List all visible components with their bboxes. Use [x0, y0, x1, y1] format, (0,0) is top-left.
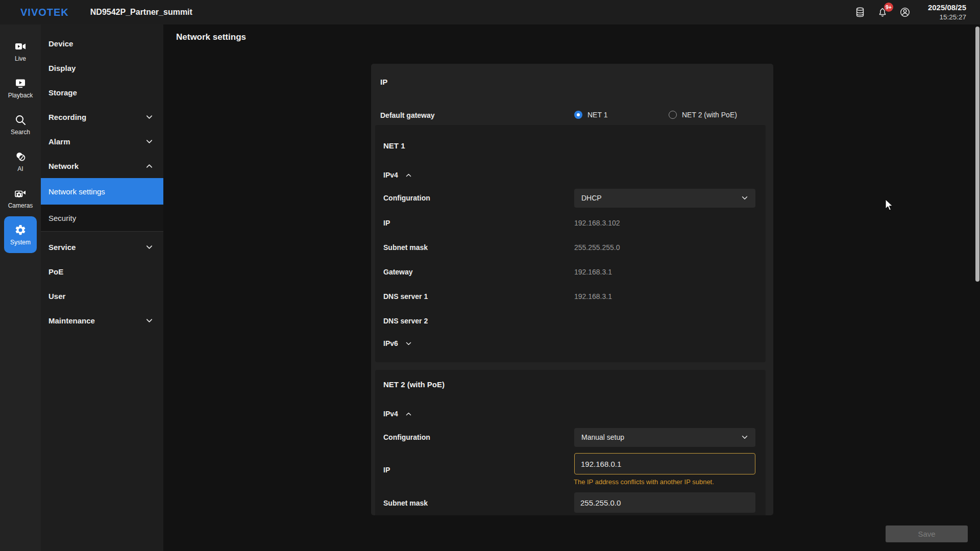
default-gateway-label: Default gateway: [380, 111, 435, 119]
chevron-down-icon: [741, 194, 748, 202]
menu-label: Alarm: [48, 137, 70, 146]
device-title: ND9542P_Partner_summit: [90, 8, 192, 17]
menu-label: Maintenance: [48, 316, 95, 325]
menu-label: Storage: [48, 88, 77, 97]
radio-selected-icon: [574, 111, 582, 119]
ip-row: IP 192.168.3.102: [383, 211, 755, 235]
nav-item-ai[interactable]: AI: [4, 143, 37, 180]
menu-item-poe[interactable]: PoE: [41, 259, 163, 284]
ip-conflict-error: The IP address conflicts with another IP…: [574, 478, 714, 486]
ipv6-collapse-row: IPv6: [383, 331, 755, 356]
user-account-icon[interactable]: [898, 6, 912, 19]
network-submenu: Network settings Security: [41, 178, 163, 232]
ip-settings-panel: IP Default gateway NET 1 NET 2 (with PoE…: [371, 64, 773, 515]
menu-item-network[interactable]: Network: [41, 154, 163, 178]
radio-label: NET 2 (with PoE): [682, 111, 737, 119]
nav-item-playback[interactable]: Playback: [4, 69, 37, 106]
menu-label: Security: [48, 214, 76, 222]
menu-item-display[interactable]: Display: [41, 56, 163, 80]
field-label: Gateway: [383, 268, 413, 276]
nav-item-cameras[interactable]: Cameras: [4, 180, 37, 216]
notifications-bell-icon[interactable]: 9+: [876, 6, 889, 19]
field-label: DNS server 2: [383, 317, 428, 325]
menu-label: PoE: [48, 267, 63, 276]
subnet-mask-row: Subnet mask 255.255.255.0: [383, 235, 755, 260]
notification-badge: 9+: [884, 3, 893, 12]
net1-title: NET 1: [383, 141, 405, 150]
ipv4-toggle[interactable]: IPv4: [383, 171, 412, 179]
nav-label: System: [10, 239, 31, 246]
radio-net1[interactable]: NET 1: [574, 111, 607, 119]
field-value: 192.168.3.1: [574, 292, 612, 300]
topbar-actions: 9+ 2025/08/25 15:25:27: [853, 0, 966, 24]
search-icon: [14, 114, 27, 126]
configuration-row: Configuration DHCP: [383, 186, 755, 210]
save-button[interactable]: Save: [886, 525, 968, 542]
cameras-icon: [14, 187, 27, 199]
menu-item-alarm[interactable]: Alarm: [41, 129, 163, 154]
top-bar: VIVOTEK ND9542P_Partner_summit 9+: [0, 0, 980, 24]
radio-label: NET 1: [587, 111, 607, 119]
configuration-row: Configuration Manual setup: [383, 425, 755, 449]
time-text: 15:25:27: [928, 13, 966, 22]
menu-item-user[interactable]: User: [41, 284, 163, 308]
radio-net2[interactable]: NET 2 (with PoE): [669, 111, 737, 119]
date-text: 2025/08/25: [928, 3, 966, 13]
chevron-up-icon: [145, 162, 153, 170]
vertical-scrollbar-thumb[interactable]: [975, 27, 979, 282]
chevron-down-icon: [145, 243, 153, 251]
vivotek-logo: VIVOTEK: [20, 7, 69, 18]
field-value: 192.168.3.102: [574, 219, 620, 227]
subnet-mask-input[interactable]: [574, 492, 755, 513]
menu-label: Service: [48, 243, 76, 252]
net2-title: NET 2 (with PoE): [383, 380, 445, 389]
dns1-row: DNS server 1 192.168.3.1: [383, 284, 755, 309]
nav-item-search[interactable]: Search: [4, 106, 37, 143]
page-title: Network settings: [176, 32, 246, 42]
ipv4-toggle[interactable]: IPv4: [383, 410, 412, 418]
menu-label: Network: [48, 162, 79, 170]
chevron-down-icon: [145, 113, 153, 121]
live-camera-icon: [14, 40, 27, 53]
nav-label: Cameras: [8, 202, 33, 209]
configuration-select[interactable]: DHCP: [574, 189, 755, 208]
chevron-down-icon: [145, 317, 153, 324]
dns2-row: DNS server 2: [383, 309, 755, 333]
menu-label: Network settings: [48, 187, 105, 196]
ipv6-toggle[interactable]: IPv6: [383, 339, 412, 347]
ip-input[interactable]: [574, 453, 755, 474]
system-settings-menu: Device Display Storage Recording Alarm N…: [41, 24, 163, 551]
storage-icon[interactable]: [853, 6, 867, 19]
chevron-down-icon: [741, 434, 748, 441]
menu-item-security[interactable]: Security: [41, 205, 163, 231]
nav-item-live[interactable]: Live: [4, 33, 37, 69]
menu-item-storage[interactable]: Storage: [41, 80, 163, 105]
chevron-down-icon: [405, 340, 412, 347]
select-value: DHCP: [581, 194, 602, 202]
menu-item-service[interactable]: Service: [41, 235, 163, 259]
main-content: Network settings IP Default gateway NET …: [163, 24, 980, 551]
field-label: DNS server 1: [383, 292, 428, 300]
menu-item-recording[interactable]: Recording: [41, 105, 163, 129]
configuration-label: Configuration: [383, 433, 430, 441]
menu-label: Recording: [48, 113, 86, 121]
menu-label: Device: [48, 39, 73, 48]
net2-card: NET 2 (with PoE) IPv4 Configuration Manu…: [375, 370, 766, 515]
nav-label: Live: [15, 55, 26, 62]
ip-section-title: IP: [380, 78, 387, 86]
radio-unselected-icon: [669, 111, 677, 119]
menu-item-network-settings[interactable]: Network settings: [41, 178, 163, 205]
field-value: 255.255.255.0: [574, 243, 620, 252]
menu-item-maintenance[interactable]: Maintenance: [41, 308, 163, 333]
nav-label: Search: [11, 129, 30, 136]
configuration-select[interactable]: Manual setup: [574, 428, 755, 447]
chevron-up-icon: [405, 411, 412, 417]
nav-item-system[interactable]: System: [4, 216, 37, 253]
ip-label: IP: [383, 466, 390, 474]
ipv4-collapse-row: IPv4: [383, 163, 755, 187]
nav-label: AI: [17, 165, 23, 172]
ipv4-label: IPv4: [383, 171, 398, 179]
ai-icon: [14, 151, 27, 163]
menu-item-device[interactable]: Device: [41, 31, 163, 56]
ipv4-label: IPv4: [383, 410, 398, 418]
